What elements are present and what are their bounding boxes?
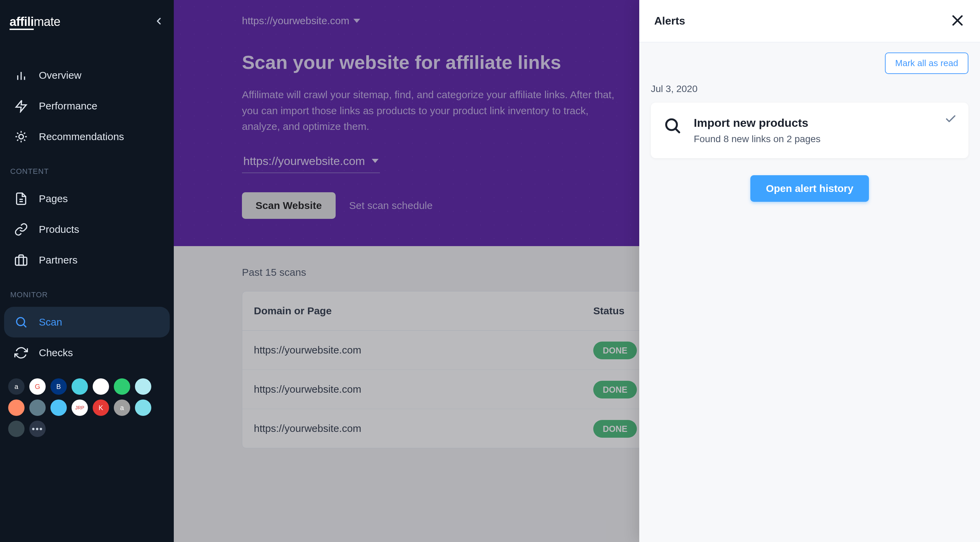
- close-icon: [950, 13, 965, 28]
- nav-overview-label: Overview: [39, 70, 81, 81]
- svg-line-9: [24, 139, 25, 141]
- link-icon: [14, 223, 28, 236]
- svg-line-10: [17, 139, 18, 141]
- nav-overview[interactable]: Overview: [4, 60, 170, 91]
- sun-icon: [14, 130, 28, 143]
- close-alerts-button[interactable]: [950, 13, 965, 29]
- svg-point-15: [17, 318, 24, 325]
- partner-dot[interactable]: a: [114, 400, 130, 416]
- partner-dot[interactable]: [72, 378, 88, 395]
- collapse-sidebar-button[interactable]: [153, 16, 164, 28]
- section-monitor-label: MONITOR: [0, 276, 174, 307]
- section-content-label: CONTENT: [0, 152, 174, 183]
- cell-domain: https://yourwebsite.com: [254, 384, 593, 395]
- nav-products-label: Products: [39, 224, 79, 235]
- site-url-value: https://yourwebsite.com: [242, 15, 349, 27]
- refresh-icon: [14, 346, 28, 360]
- nav-checks-label: Checks: [39, 347, 73, 359]
- nav-scan[interactable]: Scan: [4, 307, 170, 338]
- cell-domain: https://yourwebsite.com: [254, 344, 593, 356]
- partner-dot[interactable]: a: [8, 378, 24, 395]
- alert-card-subtitle: Found 8 new links on 2 pages: [694, 134, 821, 145]
- nav-scan-label: Scan: [39, 316, 62, 328]
- caret-down-icon: [372, 159, 379, 163]
- nav-performance[interactable]: Performance: [4, 91, 170, 121]
- partner-dot[interactable]: [93, 378, 109, 395]
- logo-part2: mate: [34, 15, 60, 29]
- nav-partners[interactable]: Partners: [4, 245, 170, 276]
- alerts-body: Mark all as read Jul 3, 2020 Import new …: [639, 42, 980, 542]
- partner-icons: a G B JRP K a •••: [0, 368, 174, 447]
- nav-products[interactable]: Products: [4, 214, 170, 245]
- nav-performance-label: Performance: [39, 100, 97, 112]
- alert-check-button[interactable]: [945, 113, 957, 126]
- partner-dot[interactable]: K: [93, 400, 109, 416]
- file-text-icon: [14, 192, 28, 206]
- nav-checks[interactable]: Checks: [4, 338, 170, 368]
- bar-chart-icon: [14, 69, 28, 82]
- scan-website-button[interactable]: Scan Website: [242, 192, 336, 219]
- partner-dot[interactable]: B: [51, 378, 67, 395]
- alerts-cta: Open alert history: [651, 175, 969, 202]
- search-icon: [663, 116, 681, 135]
- partner-dot[interactable]: [8, 400, 24, 416]
- open-alert-history-button[interactable]: Open alert history: [750, 175, 869, 202]
- hero-description: Affilimate will crawl your sitemap, find…: [242, 87, 624, 135]
- svg-rect-14: [15, 257, 27, 265]
- partner-dot[interactable]: G: [29, 378, 46, 395]
- sidebar-header: affilimate: [0, 0, 174, 44]
- alerts-title: Alerts: [654, 15, 685, 27]
- alerts-panel: Alerts Mark all as read Jul 3, 2020 Impo…: [639, 0, 980, 542]
- status-badge: DONE: [593, 381, 637, 399]
- nav-recommendations[interactable]: Recommendations: [4, 121, 170, 152]
- svg-line-8: [17, 132, 18, 134]
- alert-card-body: Import new products Found 8 new links on…: [694, 116, 821, 145]
- briefcase-icon: [14, 253, 28, 267]
- partner-dot[interactable]: JRP: [72, 400, 88, 416]
- alert-date: Jul 3, 2020: [651, 83, 969, 94]
- nav-pages-label: Pages: [39, 193, 68, 204]
- alert-card-icon: [663, 116, 681, 136]
- partner-dot[interactable]: [135, 400, 151, 416]
- set-scan-schedule-link[interactable]: Set scan schedule: [349, 200, 433, 211]
- chevron-left-icon: [153, 16, 164, 27]
- col-domain: Domain or Page: [254, 305, 593, 317]
- mark-read-row: Mark all as read: [651, 53, 969, 74]
- partner-dot[interactable]: [8, 421, 24, 437]
- partner-dot[interactable]: [29, 400, 46, 416]
- svg-line-20: [676, 129, 679, 132]
- nav-partners-label: Partners: [39, 254, 77, 266]
- partner-more-button[interactable]: •••: [29, 421, 46, 437]
- svg-point-3: [19, 134, 23, 139]
- site-select-dropdown[interactable]: https://yourwebsite.com: [242, 152, 380, 173]
- partner-dot[interactable]: [114, 378, 130, 395]
- status-badge: DONE: [593, 341, 637, 359]
- partner-dot[interactable]: [51, 400, 67, 416]
- search-icon: [14, 315, 28, 329]
- alert-card[interactable]: Import new products Found 8 new links on…: [651, 103, 969, 158]
- nav-primary: Overview Performance Recommendations CON…: [0, 44, 174, 368]
- cell-domain: https://yourwebsite.com: [254, 423, 593, 434]
- nav-recommendations-label: Recommendations: [39, 131, 124, 142]
- lightning-icon: [14, 99, 28, 113]
- mark-all-read-button[interactable]: Mark all as read: [885, 53, 969, 74]
- nav-pages[interactable]: Pages: [4, 183, 170, 214]
- status-badge: DONE: [593, 420, 637, 438]
- alerts-header: Alerts: [639, 0, 980, 42]
- sidebar: affilimate Overview Performance Recommen…: [0, 0, 174, 542]
- alert-card-title: Import new products: [694, 116, 821, 129]
- logo[interactable]: affilimate: [10, 15, 60, 29]
- partner-dot[interactable]: [135, 378, 151, 395]
- chevron-down-icon: [353, 19, 360, 23]
- svg-line-11: [24, 132, 25, 134]
- logo-part1: affili: [10, 15, 34, 30]
- check-icon: [945, 113, 957, 125]
- site-select-value: https://yourwebsite.com: [243, 155, 365, 168]
- svg-line-16: [24, 325, 26, 327]
